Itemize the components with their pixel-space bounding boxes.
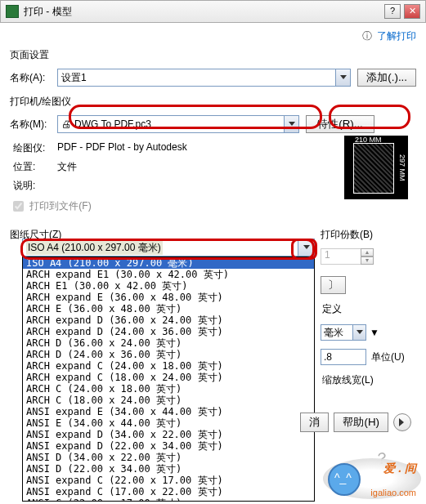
list-item[interactable]: ANSI expand E (34.00 x 44.00 英寸) [23,406,314,417]
chevron-down-icon[interactable] [335,69,350,86]
list-item[interactable]: ANSI E (34.00 x 44.00 英寸) [23,417,314,429]
list-item[interactable]: ARCH expand E (36.00 x 48.00 英寸) [23,292,314,303]
printer-name-label: 名称(M): [10,118,57,132]
mascot-icon [328,463,361,496]
app-icon [6,5,19,18]
paper-size-list[interactable]: ISO A4 (210.00 x 297.00 毫米)ARCH expand E… [22,256,315,502]
list-item[interactable]: ARCH D (36.00 x 24.00 英寸) [23,337,314,349]
paper-size-value: ISO A4 (210.00 x 297.00 毫米) [26,241,163,255]
unit-label: 单位(U) [371,350,405,364]
paper-preview: 210 MM 297 MM [344,136,408,199]
printer-icon: 🖨 [61,118,71,130]
properties-button[interactable]: 特性(R)... [306,115,374,133]
list-item[interactable]: ANSI D (34.00 x 22.00 英寸) [23,452,314,463]
list-item[interactable]: ARCH expand D (36.00 x 24.00 英寸) [23,314,314,326]
paper-size-selected[interactable]: ISO A4 (210.00 x 297.00 毫米) [22,239,315,256]
chevron-down-icon[interactable] [284,116,298,132]
list-item[interactable]: ANSI expand D (34.00 x 22.00 英寸) [23,429,314,440]
watermark-brand: 爱 . 间 [383,462,416,476]
watermark: 爱 . 间 igaliao.com [323,458,421,499]
list-item[interactable]: ARCH C (18.00 x 24.00 英寸) [23,395,314,406]
print-to-file-row: 打印到文件(F) [13,199,416,213]
list-item[interactable]: ANSI expand D (22.00 x 34.00 英寸) [23,440,314,452]
unit-combo[interactable]: 毫米 [321,324,366,341]
printer-combo[interactable]: 🖨 DWG To PDF.pc3 [57,115,299,133]
define-label: 定义 [322,302,342,316]
page-setup-heading: 页面设置 [10,48,416,62]
list-item[interactable]: ISO A4 (210.00 x 297.00 毫米) [23,257,314,269]
desc-label: 说明: [13,179,57,193]
list-item[interactable]: ANSI expand C (17.00 x 22.00 英寸) [23,486,314,497]
info-link-row: ⓘ 了解打印 [10,29,416,43]
watermark-url: igaliao.com [370,488,416,497]
window-title: 打印 - 模型 [24,5,381,19]
help-button[interactable]: ? [384,4,401,19]
print-to-file-label: 打印到文件(F) [29,200,91,212]
help-button[interactable]: 帮助(H) [334,413,388,432]
page-setup-value: 设置1 [61,71,87,85]
spinner-up-icon[interactable]: ▴ [361,248,374,256]
page-setup-combo[interactable]: 设置1 [57,69,351,87]
list-item[interactable]: ANSI expand C (22.00 x 17.00 英寸) [23,475,314,486]
preview-page [353,143,394,194]
learn-print-link[interactable]: 了解打印 [377,30,416,42]
copies-value[interactable]: 1 [321,248,361,265]
cancel-button[interactable]: 消 [300,413,329,432]
ratio-input[interactable]: .8 [321,349,366,365]
copies-heading: 打印份数(B) [321,228,410,242]
add-button[interactable]: 添加(.)... [357,69,416,87]
ratio-value: .8 [324,351,332,363]
location-label: 位置: [13,160,57,174]
list-item[interactable]: ARCH expand C (18.00 x 24.00 英寸) [23,372,314,383]
chevron-down-icon[interactable] [298,239,314,256]
paper-size-dropdown[interactable]: ISO A4 (210.00 x 297.00 毫米) ISO A4 (210.… [22,239,315,502]
chevron-down-icon[interactable] [352,325,365,340]
printer-value: DWG To PDF.pc3 [74,118,151,130]
list-item[interactable]: ARCH E1 (30.00 x 42.00 英寸) [23,280,314,292]
list-item[interactable]: ARCH D (24.00 x 36.00 英寸) [23,349,314,360]
preview-height-label: 297 MM [398,154,406,181]
list-item[interactable]: ARCH C (24.00 x 18.00 英寸) [23,383,314,395]
list-item[interactable]: ANSI D (22.00 x 34.00 英寸) [23,463,314,475]
list-item[interactable]: ARCH expand C (24.00 x 18.00 英寸) [23,360,314,372]
list-item[interactable]: ANSI C (22.00 x 17.00 英寸) [23,497,314,502]
spinner-down-icon[interactable]: ▾ [361,256,374,265]
list-item[interactable]: ARCH expand E1 (30.00 x 42.00 英寸) [23,269,314,280]
print-to-file-checkbox[interactable] [13,201,24,212]
plotter-value: PDF - PDF Plot - by Autodesk [57,141,187,155]
list-item[interactable]: ARCH expand D (24.00 x 36.00 英寸) [23,326,314,337]
close-button[interactable]: ✕ [404,4,420,19]
lineweight-label: 缩放线宽(L) [322,373,374,387]
plotter-label: 绘图仪: [13,141,57,155]
printer-heading: 打印机/绘图仪 [10,95,416,109]
unit-value: 毫米 [324,326,343,340]
list-item[interactable]: ARCH E (36.00 x 48.00 英寸) [23,303,314,314]
copies-spinner[interactable]: 1 ▴ ▾ [321,248,374,265]
info-icon: ⓘ [362,30,372,42]
apply-button[interactable]: 〕 [321,276,346,294]
equals-label: ▼ [370,327,379,338]
name-label: 名称(A): [10,71,57,85]
title-bar: 打印 - 模型 ? ✕ [0,0,426,23]
expand-button[interactable] [393,413,411,431]
location-value: 文件 [57,160,77,174]
